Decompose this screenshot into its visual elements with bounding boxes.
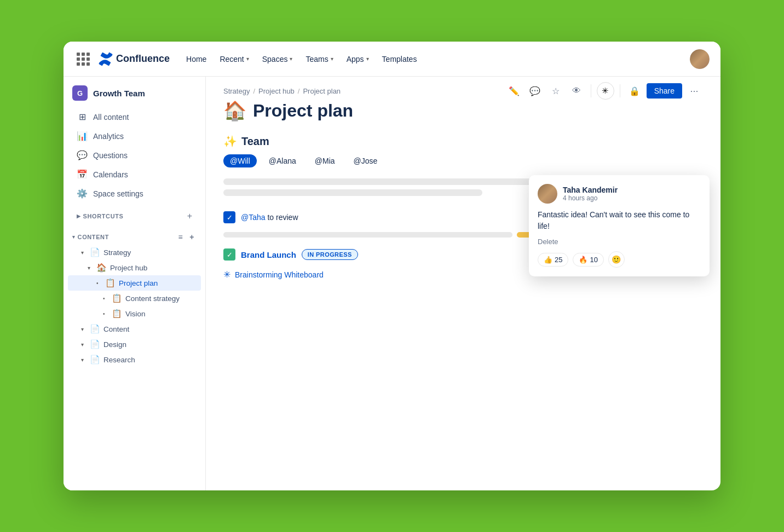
content-strategy-icon: 📋 (112, 293, 122, 303)
tree-item-project-hub[interactable]: ▾ 🏠 Project hub (68, 260, 201, 275)
mention-jose[interactable]: @Jose (347, 154, 384, 167)
confluence-logo-icon (99, 52, 113, 66)
ai-icon-button[interactable]: ✳ (597, 82, 614, 100)
nav-spaces[interactable]: Spaces ▾ (257, 51, 298, 67)
team-section-heading: ✨ Team (223, 135, 703, 148)
tree-item-content[interactable]: ▾ 📄 Content (68, 321, 201, 337)
nav-teams[interactable]: Teams ▾ (300, 51, 338, 67)
research-icon: 📄 (90, 355, 100, 365)
edit-icon-button[interactable]: ✏️ (505, 82, 523, 100)
mention-will[interactable]: @Will (223, 154, 257, 167)
content-strategy-toggle-icon: • (103, 296, 112, 302)
questions-icon: 💬 (77, 150, 88, 160)
team-sparkle-icon: ✨ (223, 135, 237, 148)
tree-item-project-plan[interactable]: • 📋 Project plan (68, 275, 201, 291)
sidebar-item-space-settings[interactable]: ⚙️ Space settings (68, 184, 201, 203)
sidebar-item-all-content[interactable]: ⊞ All content (68, 107, 201, 126)
grid-menu-icon[interactable] (74, 50, 92, 68)
logo[interactable]: Confluence (99, 52, 170, 66)
shortcuts-toggle[interactable]: ▶ SHORTCUTS (77, 213, 123, 219)
breadcrumb-project-plan[interactable]: Project plan (303, 87, 341, 95)
nav-links: Home Recent ▾ Spaces ▾ Teams ▾ Apps ▾ Te… (181, 51, 683, 67)
tree-item-content-strategy[interactable]: • 📋 Content strategy (68, 291, 201, 306)
apps-caret-icon: ▾ (366, 56, 369, 62)
comment-timestamp: 4 hours ago (563, 194, 618, 202)
lock-icon-button[interactable]: 🔒 (626, 82, 643, 100)
tree-item-strategy[interactable]: ▾ 📄 Strategy (68, 245, 201, 260)
shortcuts-add-button[interactable]: + (187, 212, 192, 221)
comment-body-text: Fantastic idea! Can't wait to see this c… (538, 209, 701, 232)
share-button[interactable]: Share (647, 83, 682, 99)
breadcrumb: Strategy / Project hub / Project plan (223, 87, 341, 95)
confluence-whiteboard-icon: ✳ (223, 269, 230, 280)
analytics-icon: 📊 (77, 131, 88, 141)
comment-popup: Taha Kandemir 4 hours ago Fantastic idea… (529, 175, 710, 276)
content-chevron-icon: ▾ (72, 234, 76, 240)
toolbar-divider-1 (591, 84, 591, 97)
task-mention-taha[interactable]: @Taha (241, 213, 266, 222)
sidebar-item-calendars[interactable]: 📅 Calendars (68, 165, 201, 184)
content-filter-icon[interactable]: ≡ (176, 232, 185, 242)
logo-text: Confluence (116, 53, 170, 65)
content-add-icon[interactable]: + (187, 232, 197, 242)
teams-caret-icon: ▾ (331, 56, 333, 62)
reaction-fire[interactable]: 🔥 10 (573, 253, 603, 267)
mention-mia[interactable]: @Mia (308, 154, 342, 167)
view-icon-button[interactable]: 👁 (568, 82, 585, 100)
project-plan-toggle-icon: • (96, 280, 105, 286)
sidebar-item-analytics[interactable]: 📊 Analytics (68, 126, 201, 146)
avatar-image (690, 49, 710, 69)
nav-apps[interactable]: Apps ▾ (341, 51, 374, 67)
placeholder-line-2 (223, 189, 482, 196)
reaction-thumbs-up[interactable]: 👍 25 (538, 253, 568, 267)
breadcrumb-project-hub[interactable]: Project hub (258, 87, 295, 95)
breadcrumb-strategy[interactable]: Strategy (223, 87, 250, 95)
comment-reactions: 👍 25 🔥 10 🙂 (538, 251, 701, 268)
project-plan-icon: 📋 (105, 278, 116, 288)
tree-item-design[interactable]: ▾ 📄 Design (68, 337, 201, 352)
task-checkbox-taha[interactable]: ✓ (223, 211, 235, 223)
page-toolbar: ✏️ 💬 ☆ 👁 ✳ 🔒 Share ··· (505, 82, 703, 100)
mention-alana[interactable]: @Alana (262, 154, 303, 167)
page-content: 🏠 Project plan ✨ Team @Will @Alana @Mia … (206, 100, 720, 490)
shortcuts-section-header: ▶ SHORTCUTS + (68, 207, 201, 223)
space-icon: G (72, 85, 88, 101)
star-icon-button[interactable]: ☆ (547, 82, 564, 100)
spaces-caret-icon: ▾ (290, 56, 292, 62)
nav-home[interactable]: Home (181, 51, 212, 67)
smiley-icon: 🙂 (612, 255, 621, 264)
strategy-icon: 📄 (90, 247, 100, 257)
team-members-list: @Will @Alana @Mia @Jose (223, 154, 703, 167)
toolbar-divider-2 (620, 84, 620, 97)
project-hub-toggle-icon: ▾ (88, 265, 96, 271)
comment-author-name: Taha Kandemir (563, 186, 618, 194)
app-body: G Growth Team ⊞ All content 📊 Analytics … (64, 77, 720, 490)
shortcuts-chevron-icon: ▶ (77, 213, 81, 219)
app-window: Confluence Home Recent ▾ Spaces ▾ Teams … (64, 42, 720, 490)
tree-item-vision[interactable]: • 📋 Vision (68, 306, 201, 321)
project-hub-icon: 🏠 (96, 263, 107, 273)
comment-header: Taha Kandemir 4 hours ago (538, 184, 701, 204)
tree-item-research[interactable]: ▾ 📄 Research (68, 352, 201, 367)
brand-launch-link[interactable]: Brand Launch (241, 250, 296, 259)
strategy-toggle-icon: ▾ (81, 250, 90, 256)
sidebar-space-header[interactable]: G Growth Team (64, 77, 205, 107)
calendars-icon: 📅 (77, 169, 88, 180)
design-icon: 📄 (90, 339, 100, 349)
nav-templates[interactable]: Templates (377, 51, 423, 67)
all-content-icon: ⊞ (77, 112, 88, 122)
design-toggle-icon: ▾ (81, 342, 90, 348)
user-avatar[interactable] (690, 49, 710, 69)
comment-icon-button[interactable]: 💬 (526, 82, 544, 100)
top-navigation: Confluence Home Recent ▾ Spaces ▾ Teams … (64, 42, 720, 77)
brand-launch-checkbox[interactable]: ✓ (223, 248, 235, 261)
emoji-picker-button[interactable]: 🙂 (608, 251, 625, 268)
content-folder-icon: 📄 (90, 324, 100, 334)
more-options-button[interactable]: ··· (685, 82, 703, 100)
progress-bar-gray (223, 232, 512, 238)
nav-recent[interactable]: Recent ▾ (214, 51, 254, 67)
sidebar-item-questions[interactable]: 💬 Questions (68, 146, 201, 165)
main-content-area: Strategy / Project hub / Project plan ✏️… (206, 77, 720, 490)
comment-delete-button[interactable]: Delete (538, 238, 701, 246)
content-toggle[interactable]: ▾ CONTENT (72, 234, 109, 240)
